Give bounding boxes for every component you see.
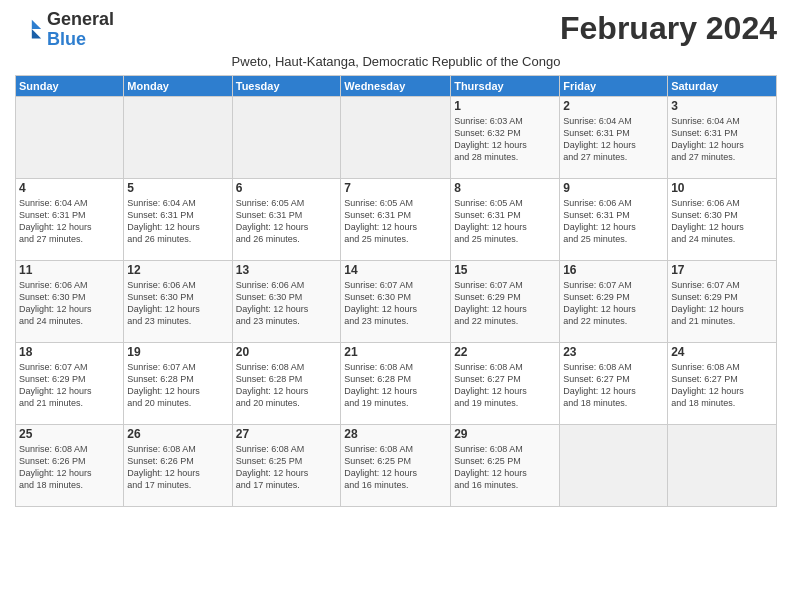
calendar-cell: 19Sunrise: 6:07 AM Sunset: 6:28 PM Dayli…: [124, 342, 232, 424]
calendar-cell: 13Sunrise: 6:06 AM Sunset: 6:30 PM Dayli…: [232, 260, 341, 342]
day-info: Sunrise: 6:06 AM Sunset: 6:31 PM Dayligh…: [563, 197, 664, 246]
day-info: Sunrise: 6:05 AM Sunset: 6:31 PM Dayligh…: [236, 197, 338, 246]
calendar-cell: 7Sunrise: 6:05 AM Sunset: 6:31 PM Daylig…: [341, 178, 451, 260]
day-number: 26: [127, 427, 228, 441]
calendar-cell: 27Sunrise: 6:08 AM Sunset: 6:25 PM Dayli…: [232, 424, 341, 506]
calendar-week-row: 11Sunrise: 6:06 AM Sunset: 6:30 PM Dayli…: [16, 260, 777, 342]
calendar-week-row: 4Sunrise: 6:04 AM Sunset: 6:31 PM Daylig…: [16, 178, 777, 260]
calendar-header-row: SundayMondayTuesdayWednesdayThursdayFrid…: [16, 75, 777, 96]
svg-marker-0: [32, 20, 41, 29]
calendar-day-header: Thursday: [451, 75, 560, 96]
day-number: 2: [563, 99, 664, 113]
calendar-cell: 11Sunrise: 6:06 AM Sunset: 6:30 PM Dayli…: [16, 260, 124, 342]
calendar-cell: 3Sunrise: 6:04 AM Sunset: 6:31 PM Daylig…: [668, 96, 777, 178]
calendar-cell: 23Sunrise: 6:08 AM Sunset: 6:27 PM Dayli…: [560, 342, 668, 424]
calendar-cell: 14Sunrise: 6:07 AM Sunset: 6:30 PM Dayli…: [341, 260, 451, 342]
calendar-cell: [124, 96, 232, 178]
logo-general: General: [47, 10, 114, 30]
calendar-cell: [341, 96, 451, 178]
day-number: 1: [454, 99, 556, 113]
day-info: Sunrise: 6:07 AM Sunset: 6:29 PM Dayligh…: [454, 279, 556, 328]
calendar-cell: [232, 96, 341, 178]
day-number: 8: [454, 181, 556, 195]
calendar-day-header: Monday: [124, 75, 232, 96]
calendar-cell: 17Sunrise: 6:07 AM Sunset: 6:29 PM Dayli…: [668, 260, 777, 342]
subtitle: Pweto, Haut-Katanga, Democratic Republic…: [15, 54, 777, 69]
calendar-cell: 4Sunrise: 6:04 AM Sunset: 6:31 PM Daylig…: [16, 178, 124, 260]
calendar-cell: 5Sunrise: 6:04 AM Sunset: 6:31 PM Daylig…: [124, 178, 232, 260]
day-info: Sunrise: 6:08 AM Sunset: 6:27 PM Dayligh…: [454, 361, 556, 410]
day-info: Sunrise: 6:08 AM Sunset: 6:27 PM Dayligh…: [671, 361, 773, 410]
calendar-cell: 28Sunrise: 6:08 AM Sunset: 6:25 PM Dayli…: [341, 424, 451, 506]
day-number: 20: [236, 345, 338, 359]
calendar-cell: 6Sunrise: 6:05 AM Sunset: 6:31 PM Daylig…: [232, 178, 341, 260]
calendar-cell: 16Sunrise: 6:07 AM Sunset: 6:29 PM Dayli…: [560, 260, 668, 342]
day-number: 11: [19, 263, 120, 277]
calendar-cell: 20Sunrise: 6:08 AM Sunset: 6:28 PM Dayli…: [232, 342, 341, 424]
calendar-day-header: Wednesday: [341, 75, 451, 96]
calendar-cell: 21Sunrise: 6:08 AM Sunset: 6:28 PM Dayli…: [341, 342, 451, 424]
calendar-cell: 22Sunrise: 6:08 AM Sunset: 6:27 PM Dayli…: [451, 342, 560, 424]
day-info: Sunrise: 6:08 AM Sunset: 6:28 PM Dayligh…: [236, 361, 338, 410]
day-number: 17: [671, 263, 773, 277]
day-number: 14: [344, 263, 447, 277]
day-number: 21: [344, 345, 447, 359]
day-info: Sunrise: 6:07 AM Sunset: 6:29 PM Dayligh…: [19, 361, 120, 410]
calendar-cell: 29Sunrise: 6:08 AM Sunset: 6:25 PM Dayli…: [451, 424, 560, 506]
day-info: Sunrise: 6:06 AM Sunset: 6:30 PM Dayligh…: [127, 279, 228, 328]
day-info: Sunrise: 6:08 AM Sunset: 6:28 PM Dayligh…: [344, 361, 447, 410]
calendar-cell: 10Sunrise: 6:06 AM Sunset: 6:30 PM Dayli…: [668, 178, 777, 260]
day-info: Sunrise: 6:08 AM Sunset: 6:25 PM Dayligh…: [236, 443, 338, 492]
day-number: 4: [19, 181, 120, 195]
logo-icon: [15, 16, 43, 44]
day-number: 19: [127, 345, 228, 359]
day-info: Sunrise: 6:06 AM Sunset: 6:30 PM Dayligh…: [19, 279, 120, 328]
calendar-cell: 24Sunrise: 6:08 AM Sunset: 6:27 PM Dayli…: [668, 342, 777, 424]
calendar-day-header: Tuesday: [232, 75, 341, 96]
day-number: 18: [19, 345, 120, 359]
day-number: 13: [236, 263, 338, 277]
calendar-cell: 1Sunrise: 6:03 AM Sunset: 6:32 PM Daylig…: [451, 96, 560, 178]
day-info: Sunrise: 6:07 AM Sunset: 6:29 PM Dayligh…: [563, 279, 664, 328]
calendar-cell: 2Sunrise: 6:04 AM Sunset: 6:31 PM Daylig…: [560, 96, 668, 178]
day-info: Sunrise: 6:04 AM Sunset: 6:31 PM Dayligh…: [563, 115, 664, 164]
svg-marker-1: [32, 29, 41, 38]
day-info: Sunrise: 6:05 AM Sunset: 6:31 PM Dayligh…: [344, 197, 447, 246]
calendar-cell: 9Sunrise: 6:06 AM Sunset: 6:31 PM Daylig…: [560, 178, 668, 260]
day-info: Sunrise: 6:04 AM Sunset: 6:31 PM Dayligh…: [127, 197, 228, 246]
calendar-cell: 26Sunrise: 6:08 AM Sunset: 6:26 PM Dayli…: [124, 424, 232, 506]
day-number: 3: [671, 99, 773, 113]
day-info: Sunrise: 6:08 AM Sunset: 6:27 PM Dayligh…: [563, 361, 664, 410]
calendar-day-header: Sunday: [16, 75, 124, 96]
day-info: Sunrise: 6:03 AM Sunset: 6:32 PM Dayligh…: [454, 115, 556, 164]
day-info: Sunrise: 6:08 AM Sunset: 6:25 PM Dayligh…: [344, 443, 447, 492]
calendar-cell: 15Sunrise: 6:07 AM Sunset: 6:29 PM Dayli…: [451, 260, 560, 342]
day-info: Sunrise: 6:05 AM Sunset: 6:31 PM Dayligh…: [454, 197, 556, 246]
calendar-cell: [16, 96, 124, 178]
calendar-day-header: Saturday: [668, 75, 777, 96]
calendar-day-header: Friday: [560, 75, 668, 96]
calendar-cell: 25Sunrise: 6:08 AM Sunset: 6:26 PM Dayli…: [16, 424, 124, 506]
day-info: Sunrise: 6:04 AM Sunset: 6:31 PM Dayligh…: [19, 197, 120, 246]
header: General Blue February 2024: [15, 10, 777, 50]
calendar-cell: [560, 424, 668, 506]
day-number: 9: [563, 181, 664, 195]
day-info: Sunrise: 6:08 AM Sunset: 6:25 PM Dayligh…: [454, 443, 556, 492]
day-info: Sunrise: 6:07 AM Sunset: 6:28 PM Dayligh…: [127, 361, 228, 410]
day-number: 23: [563, 345, 664, 359]
logo-text: General Blue: [47, 10, 114, 50]
day-number: 29: [454, 427, 556, 441]
logo-blue: Blue: [47, 30, 114, 50]
day-info: Sunrise: 6:08 AM Sunset: 6:26 PM Dayligh…: [19, 443, 120, 492]
day-number: 27: [236, 427, 338, 441]
day-number: 12: [127, 263, 228, 277]
day-number: 7: [344, 181, 447, 195]
day-info: Sunrise: 6:06 AM Sunset: 6:30 PM Dayligh…: [236, 279, 338, 328]
day-info: Sunrise: 6:06 AM Sunset: 6:30 PM Dayligh…: [671, 197, 773, 246]
day-number: 10: [671, 181, 773, 195]
day-number: 25: [19, 427, 120, 441]
page: General Blue February 2024 Pweto, Haut-K…: [0, 0, 792, 612]
calendar-cell: 18Sunrise: 6:07 AM Sunset: 6:29 PM Dayli…: [16, 342, 124, 424]
day-number: 24: [671, 345, 773, 359]
day-info: Sunrise: 6:07 AM Sunset: 6:30 PM Dayligh…: [344, 279, 447, 328]
